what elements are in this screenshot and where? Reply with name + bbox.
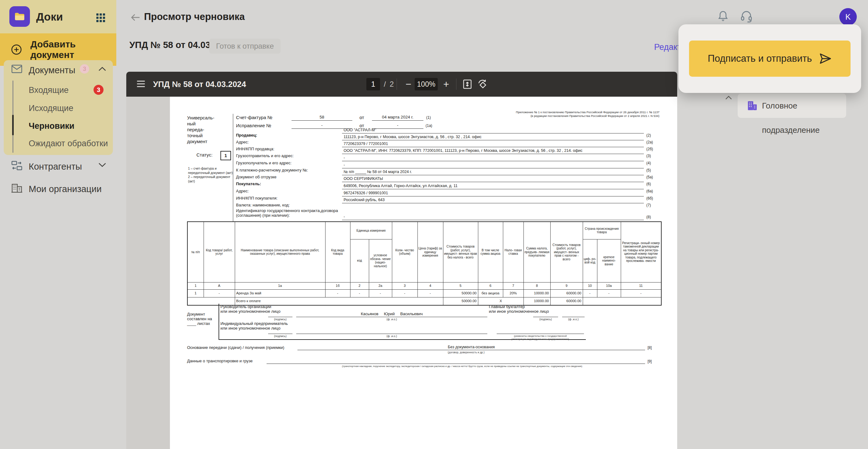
- status-note: 1 – счет-фактура и передаточный документ…: [188, 167, 235, 183]
- col-code: 9: [550, 282, 583, 289]
- sidebar-item-counterparties[interactable]: Контрагенты: [29, 161, 82, 172]
- col-code: А: [204, 282, 235, 289]
- invoice-date: 04 марта 2024 г.: [372, 115, 424, 119]
- field-label: ИНН/КПП продавца:: [236, 147, 274, 151]
- col-header: циф- ро- вой код: [583, 239, 597, 282]
- division-card[interactable]: Головное подразделение: [738, 94, 846, 118]
- marker-1: (1): [426, 115, 431, 120]
- field-value: ООО СЕРТИФИКАТЫ: [342, 177, 644, 182]
- folder-icon: [13, 10, 26, 23]
- sidebar-header: Доки: [0, 0, 116, 33]
- field-marker: (2): [646, 133, 651, 138]
- cell: -: [204, 289, 235, 297]
- col-header: Сумма налога, предъяв- ляемая покупателю: [524, 222, 550, 282]
- field-marker: (4): [646, 161, 651, 165]
- chevron-up-icon[interactable]: [98, 66, 106, 72]
- field-value: ООО "АСТРАЛ-М": [342, 128, 644, 133]
- division-label: Головное подразделение: [762, 94, 846, 118]
- field-marker: (6а): [646, 189, 653, 193]
- name-caption: (ф .и.о.): [296, 318, 487, 321]
- status-badge: Готов к отправке: [209, 39, 281, 54]
- underline: [372, 120, 424, 121]
- plus-circle-icon: [10, 43, 22, 56]
- field-marker: (5а): [646, 175, 653, 179]
- field-marker: (6б): [646, 196, 653, 201]
- user-avatar[interactable]: K: [839, 8, 857, 26]
- sign-and-send-button[interactable]: Подписать и отправить: [689, 40, 850, 77]
- col-header: Код товара/ работ, услуг: [204, 222, 235, 282]
- apps-grid-icon[interactable]: [96, 13, 105, 23]
- col-code: 3: [392, 282, 417, 289]
- support-headset-icon[interactable]: [740, 10, 753, 23]
- items-table: № п/п Код товара/ работ, услуг Наименова…: [187, 221, 661, 305]
- sidebar-item-drafts[interactable]: Черновики: [29, 121, 74, 131]
- field-marker: (7): [646, 203, 651, 207]
- col-code: 11: [621, 282, 661, 289]
- col-header-group: Страна происхождения товара: [583, 222, 621, 239]
- col-code: 2: [350, 282, 369, 289]
- field-label: Валюта: наименование, код:: [236, 203, 290, 207]
- signature-line: [296, 317, 487, 317]
- field-marker: (2а): [646, 140, 653, 144]
- section-rail-active: [12, 115, 14, 135]
- send-icon: [819, 52, 832, 65]
- field-value: -: [342, 163, 644, 169]
- app-title: Доки: [36, 10, 63, 23]
- name-caption: (ф .и.о.): [555, 318, 592, 321]
- underline: [291, 120, 352, 121]
- sidebar-item-my-organizations[interactable]: Мои организации: [29, 184, 102, 194]
- pages-note: Документ составлен на ____ листах: [187, 312, 212, 326]
- scroll-up-icon[interactable]: [725, 95, 732, 100]
- page-separator: /: [384, 80, 386, 89]
- field-marker: (8): [646, 215, 651, 219]
- envelope-icon: [11, 64, 23, 73]
- sidebar-item-inbox[interactable]: Входящие: [29, 85, 69, 95]
- name-caption: (ф .и.о.): [296, 335, 487, 338]
- page-number-input[interactable]: 1: [366, 78, 380, 90]
- correction-date: -: [372, 123, 424, 127]
- cell-tax: 10000.00: [524, 289, 550, 297]
- zoom-in-button[interactable]: +: [440, 72, 453, 97]
- hamburger-menu-icon[interactable]: [136, 80, 146, 88]
- field-label: Покупатель:: [236, 181, 261, 186]
- app-logo[interactable]: [9, 6, 30, 27]
- appendix-line1: Приложение № 1 к постановлению Правитель…: [497, 110, 659, 114]
- rotate-page-icon[interactable]: [477, 79, 488, 90]
- signature-line: [268, 334, 292, 334]
- col-code: 4: [417, 282, 443, 289]
- col-header: № п/п: [187, 222, 204, 282]
- basis-marker: [8]: [648, 346, 652, 350]
- col-code: 1: [187, 282, 204, 289]
- col-code: 2а: [369, 282, 392, 289]
- counterparties-icon: [11, 160, 23, 171]
- chevron-down-icon[interactable]: [98, 162, 106, 168]
- back-arrow-icon[interactable]: [130, 13, 141, 22]
- head-signer-name: Касьянов Юрий Васильевич: [296, 311, 487, 316]
- col-code: 1а: [235, 282, 325, 289]
- field-value: ООО "АСТРАЛ-М", ИНН: 7720623379, КПП: 77…: [342, 148, 644, 154]
- viewer-body: Универсаль- ный переда- точный документ …: [126, 97, 677, 449]
- sidebar-item-pending[interactable]: Ожидают обработки: [29, 139, 108, 148]
- invoice-label: Счет-фактура №: [236, 115, 273, 120]
- cell: -: [621, 289, 661, 297]
- col-header: Стоимость товаров (работ, услуг), имущес…: [550, 222, 583, 282]
- notifications-bell-icon[interactable]: [717, 10, 729, 23]
- marker-1a: (1а): [426, 123, 432, 128]
- col-header: Код вида товара: [325, 222, 350, 282]
- fit-page-icon[interactable]: [462, 79, 473, 90]
- field-value: -: [342, 214, 644, 220]
- document-page: Универсаль- ный переда- точный документ …: [170, 97, 677, 449]
- sidebar-item-documents[interactable]: Документы: [29, 65, 75, 76]
- sidebar-item-outbox[interactable]: Исходящие: [29, 103, 73, 113]
- basis-value: Без документа-основания: [298, 345, 645, 349]
- zoom-out-button[interactable]: −: [402, 72, 415, 97]
- documents-badge: 3: [80, 64, 89, 73]
- correction-label: Исправление №: [236, 123, 271, 128]
- field-marker: (6): [646, 182, 651, 186]
- field-label: ИНН/КПП покупателя:: [236, 196, 278, 201]
- status-value: 1: [220, 151, 231, 160]
- cell: -: [325, 289, 350, 297]
- col-code: 10: [583, 282, 597, 289]
- zoom-level[interactable]: 100%: [415, 78, 438, 90]
- division-building-icon: [747, 100, 757, 111]
